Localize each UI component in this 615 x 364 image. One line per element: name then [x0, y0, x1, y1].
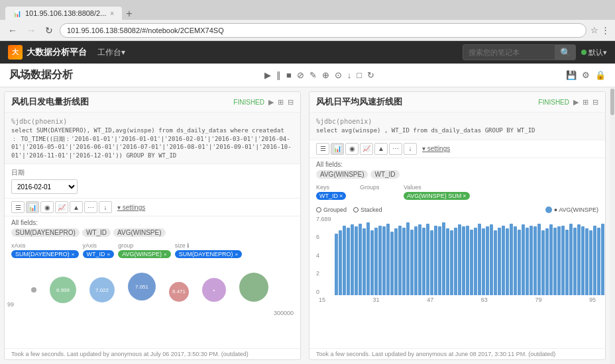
address-bar[interactable] [60, 23, 587, 38]
date-label: 日期 [11, 168, 294, 177]
cancel-btn[interactable]: ⊘ [297, 70, 304, 80]
right-bar-chart: Grouped Stacked ● AVG(WINSPE) 7.689 6 4 … [309, 203, 605, 349]
lock-icon[interactable]: 🔒 [595, 70, 606, 80]
bar-chart-wrapper: 7.689 6 4 2 0 [316, 216, 598, 295]
size-group: size ℹ SUM(DAYENEPRO) × [175, 242, 243, 258]
add-btn[interactable]: ⊕ [322, 70, 329, 80]
search-btn[interactable]: 🔍 [555, 44, 576, 60]
bar-31 [458, 224, 461, 295]
bar-29 [450, 230, 453, 295]
new-tab-btn[interactable]: + [126, 8, 132, 20]
left-settings-link[interactable]: ▾ settings [117, 204, 145, 211]
right-area-btn[interactable]: ▲ [374, 143, 388, 155]
logo-icon: 大 [8, 45, 23, 60]
main-scrollbar[interactable] [610, 87, 615, 364]
refresh2-btn[interactable]: ↻ [367, 70, 374, 80]
download-chart-btn[interactable]: ↓ [99, 201, 112, 213]
bar-34 [470, 230, 473, 295]
bar-45 [514, 226, 517, 295]
right-run-icon[interactable]: ▶ [573, 98, 579, 107]
date-select[interactable]: 2016-02-01 [11, 179, 78, 194]
right-settings-link[interactable]: ▾ settings [422, 145, 450, 152]
x-label-0: 15 [319, 296, 325, 303]
right-scatter-btn[interactable]: ⋯ [389, 143, 402, 155]
area-view-btn[interactable]: ▲ [70, 201, 83, 213]
page-actions: 💾 ⚙ 🔒 [566, 70, 606, 80]
bar-28 [446, 228, 449, 295]
stop-btn[interactable]: ■ [286, 70, 292, 80]
bubble-6 [239, 273, 268, 302]
page-toolbar: ▶ ‖ ■ ⊘ ✎ ⊕ ⊙ ↓ □ ↻ [264, 70, 374, 80]
bar-9 [370, 230, 374, 295]
right-download-btn[interactable]: ↓ [404, 143, 417, 155]
sql-code: select SUM(DAYENEPRO), WT_ID,avg(winspe)… [11, 126, 294, 159]
back-btn[interactable]: ← [5, 24, 20, 37]
stacked-label: Stacked [361, 206, 382, 213]
size-remove[interactable]: × [235, 251, 239, 257]
stacked-legend: Stacked [353, 206, 382, 213]
xaxis-remove[interactable]: × [72, 251, 75, 257]
right-settings-icon[interactable]: ⊞ [583, 98, 588, 107]
expand-btn[interactable]: □ [357, 70, 362, 80]
key-remove[interactable]: × [339, 193, 343, 199]
bar-24 [430, 230, 433, 295]
group-label: group [118, 242, 171, 249]
line-view-btn[interactable]: 📈 [55, 201, 68, 213]
yaxis-remove[interactable]: × [107, 251, 111, 257]
bar-42 [502, 226, 505, 295]
xaxis-label: xAxis [11, 242, 79, 249]
settings-btn[interactable]: ⊙ [335, 70, 342, 80]
run-btn[interactable]: ▶ [264, 70, 271, 80]
config-icon[interactable]: ⚙ [582, 70, 590, 80]
save-icon[interactable]: 💾 [566, 70, 577, 80]
browser-tab[interactable]: 📊 101.95.106.138:8808/2... × [5, 7, 122, 20]
avg-legend-label: ● AVG(WINSPE) [554, 206, 598, 213]
edit-btn[interactable]: ✎ [309, 70, 317, 80]
table-view-btn[interactable]: ☰ [11, 201, 25, 213]
forward-btn[interactable]: → [24, 24, 38, 37]
bar-35 [474, 228, 477, 295]
y-tick-3: 2 [316, 270, 331, 277]
bar-58 [565, 230, 569, 295]
left-status-bar: Took a few seconds. Last updated by anon… [5, 348, 300, 359]
bar-view-btn[interactable]: 📊 [26, 201, 39, 213]
scatter-view-btn[interactable]: ⋯ [84, 201, 97, 213]
right-expand-icon[interactable]: ⊟ [592, 98, 598, 107]
group-remove[interactable]: × [164, 251, 167, 257]
field-tag-2: AVG(WINSPE) [113, 228, 165, 237]
bar-61 [577, 224, 581, 295]
right-pie-btn[interactable]: ◉ [345, 143, 359, 155]
pie-view-btn[interactable]: ◉ [40, 201, 54, 213]
workbench-btn[interactable]: 工作台▾ [97, 47, 125, 58]
tab-close-btn[interactable]: × [110, 10, 114, 17]
bar-62 [581, 226, 585, 295]
bar-48 [526, 228, 529, 295]
x-label-2: 47 [427, 296, 433, 303]
size-tag: SUM(DAYENEPRO) × [175, 250, 243, 258]
y-tick-2: 4 [316, 252, 331, 259]
refresh-btn[interactable]: ↻ [42, 24, 56, 37]
left-settings-icon[interactable]: ⊞ [278, 98, 284, 107]
search-input[interactable] [463, 44, 555, 60]
scroll-thumb[interactable] [610, 89, 614, 115]
download-btn[interactable]: ↓ [347, 70, 352, 80]
value-remove[interactable]: × [463, 193, 466, 199]
left-run-icon[interactable]: ▶ [268, 98, 274, 107]
right-bar-btn[interactable]: 📊 [331, 143, 344, 155]
bar-18 [406, 222, 410, 295]
app-logo: 大 大数据分析平台 [8, 45, 87, 60]
more-icon[interactable]: ⋮ [601, 25, 610, 35]
x-label-5: 95 [589, 296, 596, 303]
right-table-btn[interactable]: ☰ [316, 143, 329, 155]
bar-21 [418, 224, 421, 295]
right-line-btn[interactable]: 📈 [360, 143, 373, 155]
user-status-dot [581, 50, 587, 55]
y-tick-0: 7.689 [316, 216, 331, 222]
user-label: 默认▾ [588, 48, 607, 58]
date-control: 日期 2016-02-01 [5, 164, 300, 199]
left-expand-icon[interactable]: ⊟ [288, 98, 294, 107]
bar-27 [442, 222, 445, 295]
pause-btn[interactable]: ‖ [276, 70, 281, 80]
bookmark-icon[interactable]: ☆ [590, 25, 598, 35]
bar-4 [351, 224, 354, 295]
